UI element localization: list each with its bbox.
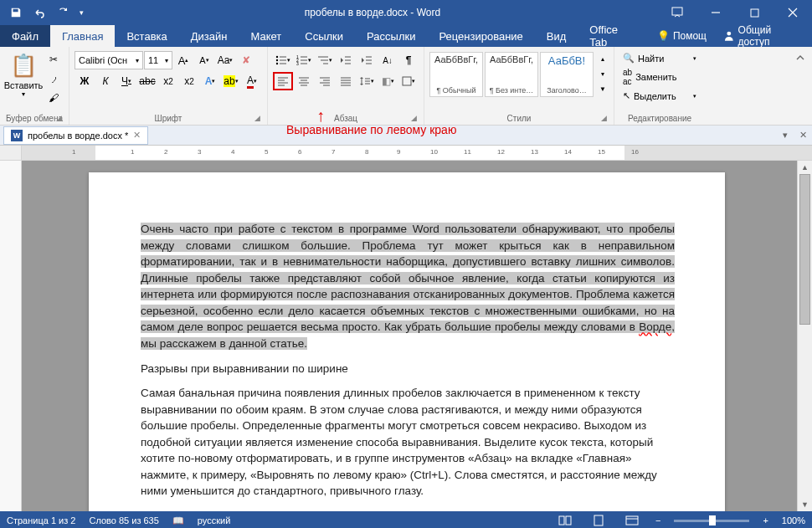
show-marks-button[interactable]: ¶	[398, 51, 419, 69]
ribbon-options-button[interactable]	[658, 0, 696, 25]
superscript-button[interactable]: x2	[179, 72, 199, 90]
word-count[interactable]: Слово 85 из 635	[89, 515, 158, 525]
close-button[interactable]	[773, 0, 812, 25]
document-canvas[interactable]: Очень часто при работе с текстом в прогр…	[22, 161, 797, 511]
tab-review[interactable]: Рецензирование	[427, 25, 534, 47]
tab-close-icon[interactable]: ✕	[133, 130, 141, 141]
read-mode-button[interactable]	[555, 512, 575, 528]
maximize-button[interactable]	[735, 0, 773, 25]
word-icon: W	[11, 130, 23, 141]
bullets-button[interactable]: ▾	[273, 51, 293, 69]
change-case-button[interactable]: Aa▾	[215, 51, 235, 69]
subscript-button[interactable]: x2	[158, 72, 178, 90]
paragraph-launcher[interactable]: ◢	[409, 114, 419, 124]
zoom-out-button[interactable]: −	[655, 515, 660, 525]
copy-button[interactable]: ⵰	[44, 69, 64, 88]
font-name-combo[interactable]: Calibri (Осн▾	[75, 51, 143, 69]
spellcheck-indicator[interactable]: 📖	[172, 515, 184, 526]
tab-selector[interactable]	[0, 146, 22, 160]
web-layout-button[interactable]	[622, 512, 642, 528]
tab-view[interactable]: Вид	[535, 25, 578, 47]
align-center-button[interactable]	[294, 72, 314, 90]
paste-button[interactable]: 📋 Вставить ▾	[5, 49, 42, 104]
shading-button[interactable]: ◧▾	[378, 72, 398, 90]
page-indicator[interactable]: Страница 1 из 2	[7, 515, 75, 525]
align-left-button[interactable]	[273, 72, 293, 90]
highlight-button[interactable]: ab▾	[221, 72, 241, 90]
zoom-level[interactable]: 100%	[782, 515, 805, 525]
vertical-scrollbar[interactable]: ▲ ▼	[797, 161, 812, 511]
minimize-button[interactable]	[696, 0, 735, 25]
scroll-up-button[interactable]: ▲	[798, 161, 812, 174]
tab-file[interactable]: Файл	[0, 25, 50, 47]
collapse-ribbon-button[interactable]	[790, 49, 810, 67]
styles-more-button[interactable]: ▼	[597, 82, 609, 96]
document-page[interactable]: Очень часто при работе с текстом в прогр…	[89, 172, 725, 511]
horizontal-ruler[interactable]: 1 1 2 3 4 5 6 7 8 9 10 11 12 13 14 15 16	[0, 146, 812, 161]
style-heading1[interactable]: АаБбВ! Заголово…	[540, 52, 594, 97]
bold-button[interactable]: Ж	[75, 72, 95, 90]
redo-button[interactable]	[52, 2, 74, 23]
styles-launcher[interactable]: ◢	[599, 114, 609, 124]
multilevel-list-button[interactable]: ▾	[315, 51, 335, 69]
paragraph-body[interactable]: Самая банальная причина появления длинны…	[141, 385, 675, 500]
text-effects-button[interactable]: A▾	[200, 72, 220, 90]
tab-references[interactable]: Ссылки	[293, 25, 355, 47]
language-indicator[interactable]: русский	[198, 515, 230, 525]
zoom-slider[interactable]	[674, 520, 749, 522]
decrease-indent-button[interactable]	[336, 51, 356, 69]
font-size-combo[interactable]: 11▾	[144, 51, 172, 69]
replace-button[interactable]: abacЗаменить	[619, 66, 700, 88]
tab-layout[interactable]: Макет	[239, 25, 293, 47]
italic-button[interactable]: К	[95, 72, 116, 90]
font-launcher[interactable]: ◢	[252, 114, 262, 124]
numbering-button[interactable]: 123▾	[294, 51, 314, 69]
borders-button[interactable]: ▾	[398, 72, 419, 90]
doctabs-close-all[interactable]: ✕	[794, 130, 812, 141]
group-editing: 🔍Найти▾ abacЗаменить ↖Выделить▾ Редактир…	[614, 47, 705, 125]
align-justify-button[interactable]	[336, 72, 356, 90]
align-right-button[interactable]	[315, 72, 335, 90]
paragraph-heading[interactable]: Разрывы при выравнивании по ширине	[141, 361, 675, 377]
undo-button[interactable]	[28, 2, 50, 23]
document-tabs: W пробелы в ворде.docx * ✕ ▾ ✕	[0, 126, 812, 146]
tab-insert[interactable]: Вставка	[115, 25, 178, 47]
styles-scroll-up[interactable]: ▴	[597, 52, 609, 66]
tell-me-button[interactable]: 💡 Помощ	[649, 25, 715, 47]
clear-formatting-button[interactable]: ✘	[236, 51, 256, 69]
tab-mailings[interactable]: Рассылки	[355, 25, 427, 47]
underline-button[interactable]: Ч▾	[116, 72, 136, 90]
cut-button[interactable]: ✂	[44, 50, 64, 69]
share-button[interactable]: Общий доступ	[715, 25, 812, 47]
format-painter-button[interactable]: 🖌	[44, 89, 64, 107]
style-no-spacing[interactable]: АаБбВвГг, ¶ Без инте…	[485, 52, 538, 97]
shrink-font-button[interactable]: A▾	[194, 51, 214, 69]
clipboard-icon: 📋	[10, 53, 37, 79]
increase-indent-button[interactable]	[357, 51, 377, 69]
scroll-thumb[interactable]	[799, 174, 810, 325]
strikethrough-button[interactable]: abc	[137, 72, 157, 90]
window-buttons	[658, 0, 812, 25]
sort-button[interactable]: A↓	[378, 51, 398, 69]
zoom-handle[interactable]	[709, 515, 716, 525]
doctabs-dropdown[interactable]: ▾	[776, 130, 794, 141]
tab-home[interactable]: Главная	[50, 25, 115, 47]
style-normal[interactable]: АаБбВвГг, ¶ Обычный	[429, 52, 483, 97]
scroll-down-button[interactable]: ▼	[798, 498, 812, 511]
vertical-ruler[interactable]	[0, 161, 22, 511]
print-layout-button[interactable]	[588, 512, 609, 528]
zoom-in-button[interactable]: +	[763, 515, 768, 525]
clipboard-launcher[interactable]: ◢	[54, 114, 64, 124]
styles-scroll-down[interactable]: ▾	[597, 67, 609, 81]
document-tab[interactable]: W пробелы в ворде.docx * ✕	[3, 126, 148, 145]
qat-customize-button[interactable]: ▾	[75, 2, 87, 23]
select-button[interactable]: ↖Выделить▾	[619, 89, 700, 103]
find-button[interactable]: 🔍Найти▾	[619, 51, 700, 65]
tab-officetab[interactable]: Office Tab	[578, 25, 649, 47]
grow-font-button[interactable]: A▴	[173, 51, 193, 69]
font-color-button[interactable]: A▾	[242, 72, 262, 90]
selected-text[interactable]: Очень часто при работе с текстом в прогр…	[141, 223, 675, 333]
line-spacing-button[interactable]: ▾	[357, 72, 377, 90]
save-button[interactable]	[5, 2, 27, 23]
tab-design[interactable]: Дизайн	[179, 25, 239, 47]
